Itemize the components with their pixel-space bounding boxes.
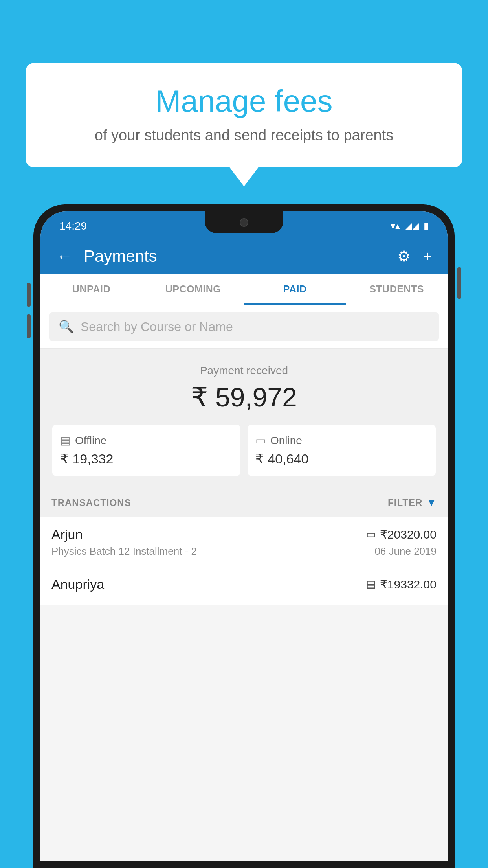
power-button xyxy=(457,267,461,299)
back-arrow-icon[interactable]: ← xyxy=(56,248,73,265)
transaction-bottom: Physics Batch 12 Installment - 2 06 June… xyxy=(51,545,437,557)
filter-icon: ▼ xyxy=(426,497,437,509)
offline-label: Offline xyxy=(75,434,106,447)
header-title: Payments xyxy=(84,247,397,266)
phone-frame: 14:29 ▾▴ ◢◢ ▮ ← Payments ⚙ + UNPAID UPCO… xyxy=(33,204,455,868)
filter-container[interactable]: FILTER ▼ xyxy=(388,497,437,509)
bubble-title: Manage fees xyxy=(49,85,439,118)
payment-summary: Payment received ₹ 59,972 ▤ Offline ₹ 19… xyxy=(40,349,448,488)
transaction-amount-container: ▤ ₹19332.00 xyxy=(366,577,437,591)
transaction-amount-container: ▭ ₹20320.00 xyxy=(366,528,437,541)
wifi-icon: ▾▴ xyxy=(391,221,400,232)
phone-left-buttons xyxy=(27,283,31,338)
battery-icon: ▮ xyxy=(424,221,429,232)
search-bar[interactable]: 🔍 Search by Course or Name xyxy=(49,312,439,341)
speech-bubble-container: Manage fees of your students and send re… xyxy=(26,63,462,167)
online-icon: ▭ xyxy=(255,434,266,447)
tab-unpaid[interactable]: UNPAID xyxy=(40,274,142,305)
transactions-label: TRANSACTIONS xyxy=(51,497,131,508)
settings-icon[interactable]: ⚙ xyxy=(397,248,411,265)
tab-upcoming[interactable]: UPCOMING xyxy=(142,274,244,305)
add-icon[interactable]: + xyxy=(423,248,432,265)
transaction-amount: ₹20320.00 xyxy=(380,528,437,541)
transaction-row[interactable]: Arjun ▭ ₹20320.00 Physics Batch 12 Insta… xyxy=(40,517,448,567)
transaction-name: Arjun xyxy=(51,527,83,542)
offline-amount: ₹ 19,332 xyxy=(60,451,113,467)
transactions-header: TRANSACTIONS FILTER ▼ xyxy=(40,488,448,517)
phone-screen: 14:29 ▾▴ ◢◢ ▮ ← Payments ⚙ + UNPAID UPCO… xyxy=(40,211,448,861)
status-icons: ▾▴ ◢◢ ▮ xyxy=(391,221,429,232)
online-amount: ₹ 40,640 xyxy=(255,451,308,467)
online-card: ▭ Online ₹ 40,640 xyxy=(248,425,436,476)
volume-up-button xyxy=(27,283,31,307)
transaction-name: Anupriya xyxy=(51,577,104,592)
online-card-header: ▭ Online xyxy=(255,434,302,447)
transaction-top: Arjun ▭ ₹20320.00 xyxy=(51,527,437,542)
camera-dot xyxy=(240,218,248,227)
phone-side-buttons xyxy=(457,267,461,299)
search-icon: 🔍 xyxy=(59,319,74,334)
search-placeholder: Search by Course or Name xyxy=(81,320,233,334)
online-label: Online xyxy=(270,434,302,447)
search-container: 🔍 Search by Course or Name xyxy=(40,305,448,349)
header-actions: ⚙ + xyxy=(397,248,432,265)
transaction-date: 06 June 2019 xyxy=(374,545,437,557)
transaction-top: Anupriya ▤ ₹19332.00 xyxy=(51,577,437,592)
tab-students[interactable]: STUDENTS xyxy=(346,274,448,305)
phone-notch xyxy=(205,211,283,233)
signal-icon: ◢◢ xyxy=(405,221,419,232)
speech-bubble: Manage fees of your students and send re… xyxy=(26,63,462,167)
offline-icon: ▤ xyxy=(60,434,70,447)
cash-payment-icon: ▤ xyxy=(366,578,376,590)
tab-paid[interactable]: PAID xyxy=(244,274,346,305)
tabs: UNPAID UPCOMING PAID STUDENTS xyxy=(40,274,448,305)
payment-total-amount: ₹ 59,972 xyxy=(52,382,436,413)
transaction-amount: ₹19332.00 xyxy=(380,577,437,591)
payment-received-label: Payment received xyxy=(52,364,436,377)
transaction-row[interactable]: Anupriya ▤ ₹19332.00 xyxy=(40,567,448,605)
transaction-course: Physics Batch 12 Installment - 2 xyxy=(51,545,197,557)
payment-cards: ▤ Offline ₹ 19,332 ▭ Online ₹ 40,640 xyxy=(52,425,436,476)
bubble-subtitle: of your students and send receipts to pa… xyxy=(49,127,439,144)
volume-down-button xyxy=(27,314,31,338)
offline-card-header: ▤ Offline xyxy=(60,434,106,447)
offline-card: ▤ Offline ₹ 19,332 xyxy=(52,425,240,476)
filter-label: FILTER xyxy=(388,497,422,508)
card-payment-icon: ▭ xyxy=(366,528,376,541)
app-header: ← Payments ⚙ + xyxy=(40,239,448,274)
status-time: 14:29 xyxy=(59,220,87,232)
